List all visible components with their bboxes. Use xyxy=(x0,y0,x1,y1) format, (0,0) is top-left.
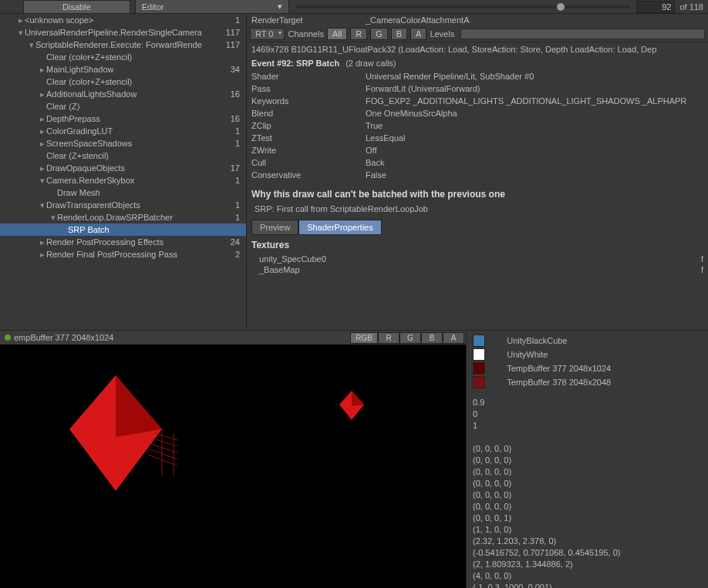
tree-label: UniversalRenderPipeline.RenderSingleCame… xyxy=(25,28,202,37)
tree-arrow-icon[interactable]: ▾ xyxy=(49,213,57,223)
inspector-item-label: TempBuffer 377 2048x1024 xyxy=(507,364,611,373)
tree-count: 117 xyxy=(226,28,241,37)
prop-value: Off xyxy=(366,146,376,155)
tree-row[interactable]: Clear (color+Z+stencil) xyxy=(0,51,246,63)
tree-row[interactable]: ▾UniversalRenderPipeline.RenderSingleCam… xyxy=(0,26,246,39)
disable-button[interactable]: Disable xyxy=(23,0,130,14)
preview-g-button[interactable]: G xyxy=(400,332,421,344)
channel-b-button[interactable]: B xyxy=(391,28,407,40)
tree-row[interactable]: ▾RenderLoop.DrawSRPBatcher1 xyxy=(0,211,246,223)
inspector-value: (0, 0, 0, 0) xyxy=(473,466,702,478)
slider-thumb[interactable] xyxy=(557,3,565,11)
tree-arrow-icon[interactable]: ▸ xyxy=(39,126,46,136)
inspector-value: 0.9 xyxy=(473,397,702,408)
texture-type: f xyxy=(701,254,703,264)
tree-row[interactable]: ▸ScreenSpaceShadows1 xyxy=(0,137,246,150)
channel-r-button[interactable]: R xyxy=(350,28,367,40)
event-tree[interactable]: ▸<unknown scope>1▾UniversalRenderPipelin… xyxy=(0,14,247,330)
tree-label: ScreenSpaceShadows xyxy=(46,139,132,148)
tree-row[interactable]: ▸DrawOpaqueObjects17 xyxy=(0,162,246,174)
tree-label: SRP Batch xyxy=(68,225,110,234)
tree-label: <unknown scope> xyxy=(25,15,93,25)
inspector-value: (0, 0, 0, 0) xyxy=(473,489,702,501)
tree-label: Clear (Z+stencil) xyxy=(46,151,109,160)
tree-row[interactable]: ▸ColorGradingLUT1 xyxy=(0,125,246,137)
tree-row[interactable]: Clear (Z) xyxy=(0,100,246,113)
frame-input[interactable] xyxy=(636,1,675,13)
prop-value: Universal Render Pipeline/Lit, SubShader… xyxy=(366,72,534,81)
toolbar: Disable Editor ▾ of 118 xyxy=(0,0,708,14)
tree-row[interactable]: ▸<unknown scope>1 xyxy=(0,14,246,26)
inspector-item[interactable]: UnityWhite xyxy=(473,348,702,361)
tree-arrow-icon[interactable]: ▸ xyxy=(39,89,46,99)
prop-value: True xyxy=(366,121,383,130)
tree-label: Clear (color+Z+stencil) xyxy=(46,52,132,62)
tree-arrow-icon[interactable]: ▾ xyxy=(39,176,46,186)
tree-row[interactable]: Clear (color+Z+stencil) xyxy=(0,76,246,88)
preview-r-button[interactable]: R xyxy=(378,332,400,344)
tab-preview[interactable]: Preview xyxy=(251,220,298,235)
tree-row[interactable]: ▸AdditionalLightsShadow16 xyxy=(0,88,246,100)
frame-slider[interactable] xyxy=(295,5,631,8)
tree-row[interactable]: ▸Render Final PostProcessing Pass2 xyxy=(0,248,246,260)
tree-row[interactable]: ▸Render PostProcessing Effects24 xyxy=(0,236,246,248)
tree-arrow-icon[interactable]: ▸ xyxy=(39,237,46,247)
inspector-value: (1, 1, 0, 0) xyxy=(473,524,702,536)
tree-row[interactable]: ▾ScriptableRenderer.Execute: ForwardRend… xyxy=(0,39,246,51)
mode-dropdown[interactable]: Editor ▾ xyxy=(135,0,289,14)
tree-label: DrawTransparentObjects xyxy=(46,200,140,210)
render-shape-small xyxy=(339,391,366,422)
tree-label: MainLightShadow xyxy=(46,65,113,74)
preview-canvas[interactable] xyxy=(0,344,466,588)
tree-arrow-icon[interactable]: ▸ xyxy=(39,65,46,75)
tree-label: RenderLoop.DrawSRPBatcher xyxy=(57,213,173,222)
channel-a-button[interactable]: A xyxy=(410,28,426,40)
tree-row[interactable]: ▸DepthPrepass16 xyxy=(0,113,246,125)
inspector-item-label: UnityBlackCube xyxy=(507,336,567,345)
render-shape-large xyxy=(69,375,177,499)
texture-row[interactable]: unity_SpecCube0f xyxy=(247,254,708,264)
levels-slider[interactable] xyxy=(460,29,705,39)
tree-label: Render Final PostProcessing Pass xyxy=(46,250,177,259)
tree-arrow-icon[interactable]: ▸ xyxy=(39,250,46,260)
prop-value: ForwardLit (UniversalForward) xyxy=(366,84,480,93)
tree-label: Clear (Z) xyxy=(46,102,79,111)
tree-row[interactable]: ▾Camera.RenderSkybox1 xyxy=(0,174,246,186)
format-line: 1469x728 B10G11R11_UFloatPack32 (LoadAct… xyxy=(247,42,708,56)
tree-row[interactable]: Draw Mesh xyxy=(0,186,246,199)
tree-row[interactable]: SRP Batch xyxy=(0,223,246,236)
tree-row[interactable]: Clear (Z+stencil) xyxy=(0,150,246,162)
tree-arrow-icon[interactable]: ▾ xyxy=(28,40,35,50)
preview-rgb-button[interactable]: RGB xyxy=(350,332,378,344)
tree-count: 2 xyxy=(235,250,241,259)
inspector-item[interactable]: TempBuffer 378 2048x2048 xyxy=(473,375,702,389)
tree-count: 1 xyxy=(235,126,241,136)
preview-b-button[interactable]: B xyxy=(421,332,443,344)
channel-all-button[interactable]: All xyxy=(327,28,347,40)
tab-shader-properties[interactable]: ShaderProperties xyxy=(298,220,382,235)
inspector-item[interactable]: UnityBlackCube xyxy=(473,334,702,348)
tree-arrow-icon[interactable]: ▾ xyxy=(39,200,46,210)
tree-arrow-icon[interactable]: ▸ xyxy=(39,139,46,149)
texture-row[interactable]: _BaseMapf xyxy=(247,264,708,275)
channel-g-button[interactable]: G xyxy=(370,28,388,40)
inspector-value: (2.32, 1.203, 2.378, 0) xyxy=(473,536,702,547)
tree-label: AdditionalLightsShadow xyxy=(46,89,137,99)
inspector-item[interactable]: TempBuffer 377 2048x1024 xyxy=(473,361,702,375)
prop-key: Blend xyxy=(251,109,366,118)
inspector-value: 0 xyxy=(473,408,702,420)
tree-arrow-icon[interactable]: ▾ xyxy=(17,28,25,38)
tree-row[interactable]: ▾DrawTransparentObjects1 xyxy=(0,199,246,211)
rt-dropdown[interactable]: RT 0 xyxy=(250,28,285,40)
preview-a-button[interactable]: A xyxy=(443,332,464,344)
tree-row[interactable]: ▸MainLightShadow34 xyxy=(0,63,246,76)
tree-arrow-icon[interactable]: ▸ xyxy=(39,163,46,173)
swatch-icon xyxy=(473,334,485,347)
batch-reason-head: Why this draw call can't be batched with… xyxy=(247,186,708,203)
tree-label: Camera.RenderSkybox xyxy=(46,176,134,185)
tree-arrow-icon[interactable]: ▸ xyxy=(17,15,25,25)
tree-arrow-icon[interactable]: ▸ xyxy=(39,114,46,124)
render-target-key: RenderTarget xyxy=(251,15,366,25)
mode-dropdown-label: Editor xyxy=(142,2,164,12)
tree-count: 1 xyxy=(235,139,241,148)
